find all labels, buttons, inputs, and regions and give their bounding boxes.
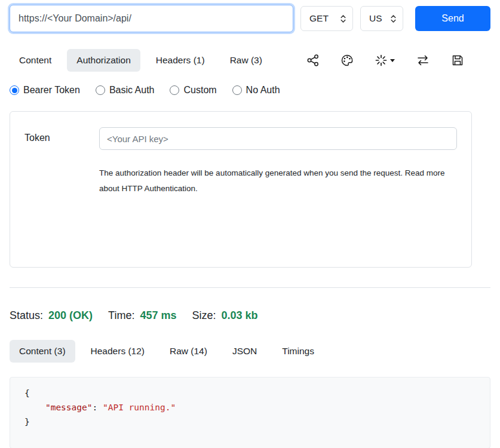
json-string: "API running." <box>103 403 176 412</box>
code-line: "message": "API running." <box>24 400 476 415</box>
size-label: Size: <box>192 309 216 322</box>
auth-type-row: Bearer Token Basic Auth Custom No Auth <box>10 85 490 96</box>
auth-option-label: No Auth <box>246 85 280 96</box>
share-icon[interactable] <box>305 53 321 68</box>
tab-response-json[interactable]: JSON <box>223 340 266 363</box>
tab-raw[interactable]: Raw (3) <box>220 49 272 72</box>
auth-option-label: Custom <box>183 85 216 96</box>
time-value: 457 ms <box>140 309 176 322</box>
code-line: { <box>24 386 476 400</box>
request-bar: GET US Send <box>10 5 490 32</box>
time-label: Time: <box>108 309 134 322</box>
request-tabs-row: Content Authorization Headers (1) Raw (3… <box>10 49 490 72</box>
auth-option-no-auth[interactable]: No Auth <box>232 85 280 96</box>
radio-icon[interactable] <box>96 85 105 95</box>
size-group: Size: 0.03 kb <box>192 309 257 322</box>
tab-response-raw[interactable]: Raw (14) <box>160 340 217 363</box>
auth-option-label: Bearer Token <box>23 85 80 96</box>
region-select-value: US <box>369 13 382 24</box>
tab-authorization[interactable]: Authorization <box>67 49 140 72</box>
palette-icon[interactable] <box>339 53 355 68</box>
auth-option-basic-auth[interactable]: Basic Auth <box>96 85 155 96</box>
tab-response-headers[interactable]: Headers (12) <box>81 340 154 363</box>
url-input[interactable] <box>10 5 293 32</box>
time-group: Time: 457 ms <box>108 309 176 322</box>
status-group: Status: 200 (OK) <box>10 309 93 322</box>
json-colon: : <box>93 403 103 412</box>
method-select-value: GET <box>309 13 329 24</box>
size-value: 0.03 kb <box>222 309 258 322</box>
auth-option-custom[interactable]: Custom <box>170 85 216 96</box>
auth-option-label: Basic Auth <box>109 85 155 96</box>
tab-response-timings[interactable]: Timings <box>272 340 324 363</box>
json-key: "message" <box>45 403 93 412</box>
status-label: Status: <box>10 309 43 322</box>
response-body: { "message": "API running." } <box>10 377 490 448</box>
save-icon[interactable] <box>450 53 465 68</box>
send-button[interactable]: Send <box>415 6 490 31</box>
method-select[interactable]: GET <box>300 6 353 31</box>
api-client: GET US Send Content Authorization Header… <box>0 0 500 448</box>
region-select[interactable]: US <box>360 6 403 31</box>
auth-option-bearer-token[interactable]: Bearer Token <box>10 85 80 96</box>
response-tabs: Content (3) Headers (12) Raw (14) JSON T… <box>10 340 490 363</box>
response-status-bar: Status: 200 (OK) Time: 457 ms Size: 0.03… <box>10 309 490 322</box>
radio-icon[interactable] <box>232 85 242 95</box>
token-label: Token <box>24 127 99 143</box>
chevron-down-icon <box>390 59 395 62</box>
divider <box>10 287 490 288</box>
radio-icon[interactable] <box>10 85 19 95</box>
updown-arrows-icon <box>340 14 346 24</box>
request-tabs: Content Authorization Headers (1) Raw (3… <box>10 49 272 72</box>
token-panel: Token The authorization header will be a… <box>10 111 472 268</box>
status-value: 200 (OK) <box>48 309 93 322</box>
token-input[interactable] <box>99 127 457 150</box>
token-help-text: The authorization header will be automat… <box>99 165 450 196</box>
tab-response-content[interactable]: Content (3) <box>10 340 75 363</box>
tab-content[interactable]: Content <box>10 49 61 72</box>
code-line: } <box>24 415 476 429</box>
updown-arrows-icon <box>390 14 397 24</box>
tab-headers[interactable]: Headers (1) <box>146 49 214 72</box>
request-toolbar <box>305 53 490 68</box>
magic-icon[interactable] <box>373 53 396 68</box>
radio-icon[interactable] <box>170 85 179 95</box>
swap-arrows-icon[interactable] <box>415 53 431 67</box>
